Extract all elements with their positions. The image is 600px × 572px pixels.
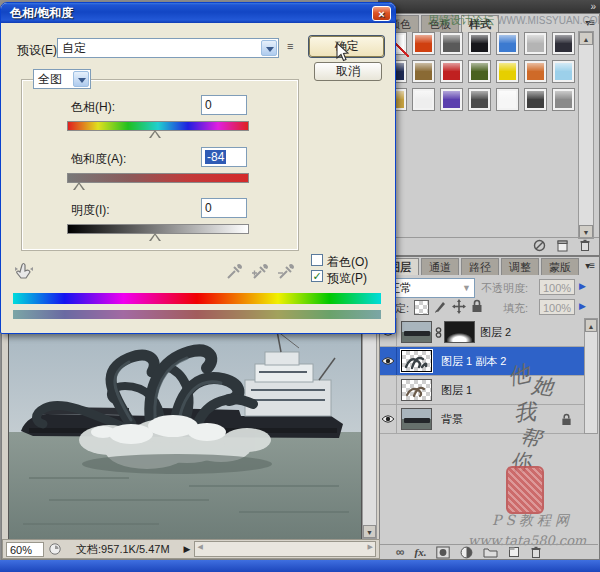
layer-thumbnail[interactable]: [401, 350, 432, 372]
preset-select[interactable]: 自定: [57, 38, 279, 58]
tab-masks[interactable]: 蒙版: [541, 258, 579, 275]
style-swatch[interactable]: [441, 89, 462, 110]
channel-dropdown-icon[interactable]: [73, 71, 89, 87]
on-image-adjust-icon[interactable]: [13, 261, 35, 281]
style-swatch[interactable]: [553, 33, 574, 54]
style-swatch[interactable]: [553, 61, 574, 82]
layers-panel-menu-icon[interactable]: ▾≡: [585, 260, 594, 271]
eyedropper-minus-icon[interactable]: [277, 263, 295, 281]
status-menu-icon[interactable]: ▶: [184, 544, 191, 554]
cancel-button[interactable]: 取消: [314, 62, 382, 81]
saturation-input[interactable]: -84: [201, 147, 247, 167]
close-icon[interactable]: ×: [372, 6, 391, 21]
eyedropper-icon[interactable]: [225, 263, 243, 281]
style-swatch[interactable]: [413, 33, 434, 54]
saturation-slider[interactable]: [73, 182, 85, 190]
preset-label: 预设(E):: [17, 42, 60, 59]
lightness-slider[interactable]: [149, 233, 161, 241]
tab-channels[interactable]: 通道: [421, 258, 459, 275]
style-swatch[interactable]: [413, 61, 434, 82]
zoom-level-field[interactable]: 60%: [6, 542, 44, 557]
style-swatch[interactable]: [413, 89, 434, 110]
style-swatch[interactable]: [525, 89, 546, 110]
red-seal-watermark: [506, 466, 544, 514]
delete-style-icon[interactable]: [579, 239, 591, 252]
layer-thumbnail[interactable]: [401, 379, 432, 401]
eye-icon: [381, 356, 395, 366]
preset-options-icon[interactable]: ≡: [287, 40, 292, 52]
layer-row-2[interactable]: 图层 2: [379, 318, 584, 347]
channel-value: 全图: [38, 72, 62, 86]
style-swatch[interactable]: [441, 33, 462, 54]
style-swatch[interactable]: [469, 33, 490, 54]
style-swatch[interactable]: [469, 61, 490, 82]
fill-value[interactable]: 100%: [539, 299, 575, 315]
lock-all-icon[interactable]: [471, 299, 483, 313]
layer-name: 图层 1: [441, 383, 472, 398]
layer-row-1-copy-2[interactable]: 图层 1 副本 2: [379, 347, 584, 376]
lock-position-icon[interactable]: [452, 299, 466, 314]
hue-input[interactable]: 0: [201, 95, 247, 115]
new-layer-icon[interactable]: [508, 546, 520, 558]
saturation-selected-value: -84: [205, 150, 226, 164]
layer-style-icon[interactable]: fx.: [415, 546, 427, 558]
mask-link-icon[interactable]: [434, 327, 443, 338]
layers-scrollbar[interactable]: ▲: [584, 318, 598, 434]
styles-grid: [379, 31, 575, 131]
new-style-icon[interactable]: [556, 239, 569, 252]
opacity-label: 不透明度:: [481, 281, 528, 296]
spectrum-bar-original: [13, 293, 381, 304]
collapse-panels-icon[interactable]: »: [590, 0, 596, 13]
style-swatch[interactable]: [497, 33, 518, 54]
layer-thumbnail[interactable]: [401, 321, 432, 343]
preset-dropdown-icon[interactable]: [261, 40, 277, 56]
forum-url-watermark: WWW.MISSYUAN.COM: [497, 15, 600, 26]
opacity-slider-icon[interactable]: ▶: [579, 281, 586, 291]
style-swatch[interactable]: [497, 89, 518, 110]
adjustment-layer-icon[interactable]: [460, 546, 473, 559]
doc-vscrollbar[interactable]: ▼: [362, 327, 377, 539]
delete-layer-icon[interactable]: [530, 546, 542, 559]
add-mask-icon[interactable]: [436, 546, 450, 559]
colorize-checkbox[interactable]: [311, 254, 323, 266]
scroll-up-icon[interactable]: ▲: [585, 319, 597, 332]
layer-row-background[interactable]: 背景: [379, 405, 584, 434]
doc-hscrollbar[interactable]: ◀ ▶: [194, 541, 376, 557]
style-swatch[interactable]: [525, 33, 546, 54]
lock-transparency-icon[interactable]: [414, 300, 429, 315]
dialog-titlebar[interactable]: 色相/饱和度 ×: [1, 3, 395, 23]
visibility-toggle[interactable]: [380, 405, 397, 433]
preview-checkbox[interactable]: ✓: [311, 270, 323, 282]
layer-thumbnail[interactable]: [401, 408, 432, 430]
new-group-icon[interactable]: [483, 546, 498, 558]
scroll-down-icon[interactable]: ▼: [363, 525, 376, 538]
style-swatch[interactable]: [441, 61, 462, 82]
eyedropper-plus-icon[interactable]: [251, 263, 269, 281]
tab-paths[interactable]: 路径: [461, 258, 499, 275]
scroll-left-icon[interactable]: ◀: [197, 543, 202, 551]
channel-select[interactable]: 全图: [33, 69, 91, 89]
style-swatch[interactable]: [497, 61, 518, 82]
visibility-toggle[interactable]: [380, 347, 397, 375]
style-swatch[interactable]: [469, 89, 490, 110]
link-layers-icon[interactable]: ∞: [396, 545, 405, 559]
colorize-label: 着色(O): [327, 254, 368, 271]
blend-row: 正常 ▼ 不透明度: 100% ▶: [381, 277, 599, 297]
fill-slider-icon[interactable]: ▶: [579, 301, 586, 311]
tab-adjustments[interactable]: 调整: [501, 258, 539, 275]
visibility-toggle-off[interactable]: [380, 376, 397, 404]
lightness-input[interactable]: 0: [201, 198, 247, 218]
style-swatch[interactable]: [525, 61, 546, 82]
lock-pixels-icon[interactable]: [433, 299, 447, 314]
blend-mode-select[interactable]: 正常 ▼: [383, 278, 475, 298]
clear-style-icon[interactable]: [533, 239, 546, 252]
layer-mask-thumbnail[interactable]: [444, 321, 475, 343]
canvas-image-ship-tentacles[interactable]: [8, 327, 362, 540]
scroll-right-icon[interactable]: ▶: [368, 543, 373, 551]
style-swatch[interactable]: [553, 89, 574, 110]
opacity-value[interactable]: 100%: [539, 279, 575, 295]
hue-slider[interactable]: [149, 130, 161, 138]
styles-scrollbar[interactable]: ▲ ▼: [578, 31, 594, 239]
dialog-title: 色相/饱和度: [10, 6, 73, 20]
scroll-up-icon[interactable]: ▲: [579, 32, 593, 45]
